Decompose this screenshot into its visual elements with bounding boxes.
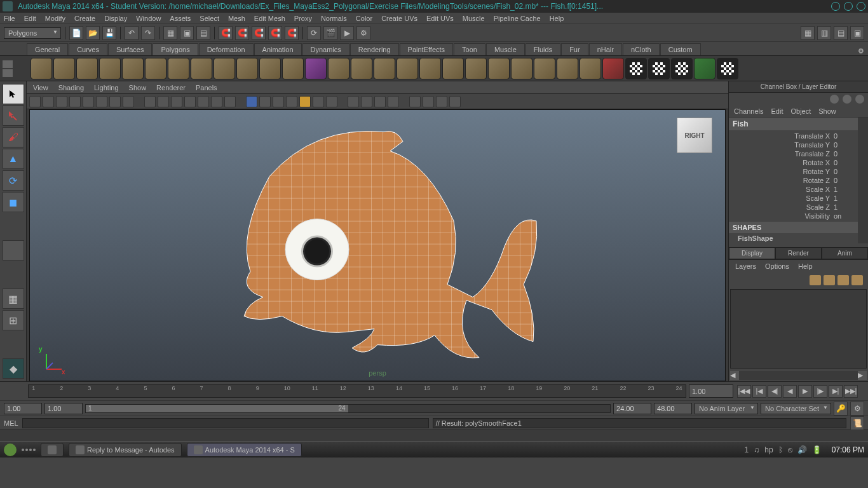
attr-scale-x[interactable]: Scale X1 <box>729 185 858 194</box>
split-icon[interactable] <box>557 58 578 79</box>
vp-xray-icon[interactable] <box>313 96 324 107</box>
vp-shadows-icon[interactable] <box>273 96 284 107</box>
vp-viewtx-icon[interactable] <box>388 96 399 107</box>
menu-pipeline-cache[interactable]: Pipeline Cache <box>494 15 541 22</box>
menu-help[interactable]: Help <box>550 15 564 22</box>
move-tool[interactable]: ▲ <box>3 149 24 169</box>
shelf-tab-toon[interactable]: Toon <box>454 43 485 55</box>
snap-point-icon[interactable]: 🧲 <box>252 26 266 40</box>
go-start-icon[interactable]: |◀◀ <box>737 385 751 398</box>
menu-edit[interactable]: Edit <box>24 15 36 22</box>
uv-editor-icon[interactable] <box>717 58 738 79</box>
menu-file[interactable]: File <box>4 15 15 22</box>
vp-select-camera-icon[interactable] <box>29 96 41 107</box>
task-reply[interactable]: Reply to Message - Autodes <box>69 443 182 457</box>
snap-curve-icon[interactable]: 🧲 <box>235 26 249 40</box>
uv-cylindrical-icon[interactable] <box>671 58 693 79</box>
vp-2d-pan-icon[interactable] <box>83 96 94 107</box>
uv-auto-icon[interactable] <box>694 58 715 79</box>
shelf-tab-surfaces[interactable]: Surfaces <box>108 43 152 55</box>
module-selector[interactable]: Polygons <box>4 27 61 39</box>
redo-icon[interactable]: ↷ <box>141 26 155 40</box>
uv-checker-icon[interactable] <box>625 58 647 79</box>
step-forward-key-icon[interactable]: ▶| <box>829 385 843 398</box>
poly-cone-icon[interactable] <box>99 58 121 79</box>
perspective-viewport[interactable]: RIGHT y x persp <box>29 109 726 381</box>
vp-lock-camera-icon[interactable] <box>43 96 54 107</box>
character-set-dropdown[interactable]: No Character Set <box>761 403 831 414</box>
range-track[interactable]: 124 <box>85 404 611 413</box>
shape-name[interactable]: FishShape <box>729 233 858 243</box>
menu-modify[interactable]: Modify <box>45 15 65 22</box>
uv-planar-icon[interactable] <box>648 58 670 79</box>
attr-scale-y[interactable]: Scale Y1 <box>729 194 858 203</box>
save-scene-icon[interactable]: 💾 <box>102 26 116 40</box>
vp-renderer-icon[interactable] <box>409 96 421 107</box>
menu-create-uvs[interactable]: Create UVs <box>381 15 417 22</box>
snap-plane-icon[interactable]: 🧲 <box>268 26 282 40</box>
time-ruler[interactable]: 123456789101112131415161718192021222324 <box>28 384 686 398</box>
cb-menu-object[interactable]: Object <box>790 107 811 115</box>
vp-image-plane-icon[interactable] <box>69 96 81 107</box>
poly-pyramid-icon[interactable] <box>305 58 327 79</box>
vp-menu-panels[interactable]: Panels <box>196 84 217 92</box>
layer-down-icon[interactable] <box>851 275 863 285</box>
play-back-icon[interactable]: ◀ <box>783 385 797 398</box>
anim-layer-dropdown[interactable]: No Anim Layer <box>695 403 758 414</box>
attr-rotate-y[interactable]: Rotate Y0 <box>729 167 858 176</box>
poly-cube-icon[interactable] <box>53 58 75 79</box>
menu-proxy[interactable]: Proxy <box>294 15 312 22</box>
object-name-header[interactable]: Fish <box>729 118 858 130</box>
shelf-tab-dynamics[interactable]: Dynamics <box>302 43 349 55</box>
start-menu-icon[interactable] <box>4 444 17 456</box>
attr-translate-y[interactable]: Translate Y0 <box>729 140 858 149</box>
scale-tool[interactable]: ◼ <box>3 192 24 212</box>
maximize-icon[interactable] <box>844 2 853 11</box>
volume-icon[interactable]: 🔊 <box>797 445 807 454</box>
current-frame-field[interactable]: 1.00 <box>689 384 733 398</box>
poly-type-icon[interactable] <box>282 58 304 79</box>
vp-dof-icon[interactable] <box>423 96 434 107</box>
command-input[interactable] <box>22 418 429 428</box>
shelf-tab-fur[interactable]: Fur <box>561 43 588 55</box>
render-settings-icon[interactable]: ⚙ <box>356 26 370 40</box>
shelf-tab-muscle[interactable]: Muscle <box>486 43 525 55</box>
layer-tab-display[interactable]: Display <box>729 247 775 259</box>
shelf-tab-ncloth[interactable]: nCloth <box>623 43 660 55</box>
music-icon[interactable]: ♫ <box>754 445 759 454</box>
construction-history-icon[interactable]: ⟳ <box>307 26 321 40</box>
poly-cylinder-icon[interactable] <box>76 58 98 79</box>
snap-grid-icon[interactable]: 🧲 <box>219 26 233 40</box>
vp-menu-renderer[interactable]: Renderer <box>156 84 186 92</box>
maya-logo-tool[interactable]: ◆ <box>3 358 24 379</box>
vp-gamma-icon[interactable] <box>374 96 386 107</box>
layer-list[interactable] <box>730 289 867 369</box>
layer-menu-help[interactable]: Help <box>798 262 813 270</box>
range-start-outer[interactable] <box>4 403 42 414</box>
insert-edge-icon[interactable] <box>442 58 464 79</box>
speed-icon[interactable] <box>843 95 851 104</box>
single-view-icon[interactable]: ▦ <box>3 288 24 309</box>
vp-grease-icon[interactable] <box>96 96 107 107</box>
vp-menu-view[interactable]: View <box>33 84 48 92</box>
attr-rotate-z[interactable]: Rotate Z0 <box>729 176 858 185</box>
collapse-icon[interactable] <box>534 58 555 79</box>
prefs-icon[interactable]: ⚙ <box>850 402 864 416</box>
shelf-tab-rendering[interactable]: Rendering <box>350 43 399 55</box>
vp-wireframe-icon[interactable] <box>211 96 222 107</box>
shelf-tab-deformation[interactable]: Deformation <box>199 43 254 55</box>
bluetooth-icon[interactable]: ᛒ <box>778 445 783 454</box>
vp-safe-action-icon[interactable] <box>184 96 196 107</box>
last-tool[interactable] <box>3 240 24 261</box>
attr-visibility[interactable]: Visibilityon <box>729 212 858 220</box>
workspace-indicator[interactable]: 1 <box>745 445 749 454</box>
paint-select-tool[interactable]: 🖌 <box>3 127 24 147</box>
open-scene-icon[interactable]: 📂 <box>86 26 100 40</box>
network-icon[interactable]: ⎋ <box>788 445 792 454</box>
separate-icon[interactable] <box>351 58 372 79</box>
clock[interactable]: 07:06 PM <box>832 445 864 454</box>
files-taskbtn[interactable] <box>41 443 64 457</box>
vp-field-chart-icon[interactable] <box>171 96 182 107</box>
cb-menu-channels[interactable]: Channels <box>734 107 763 115</box>
attr-scale-z[interactable]: Scale Z1 <box>729 203 858 212</box>
